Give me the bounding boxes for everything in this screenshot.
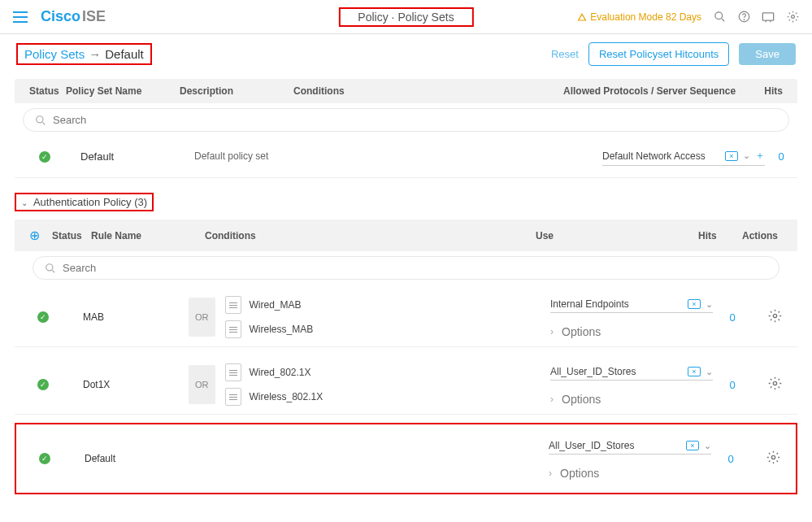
auth-rule-row: Default All_User_ID_Stores × ⌄ › Options… <box>16 429 796 488</box>
condition-icon <box>225 296 241 314</box>
chevron-right-icon: › <box>549 468 552 479</box>
condition-icon <box>225 388 241 406</box>
auth-columns: ⊕ Status Rule Name Conditions Use Hits A… <box>15 220 797 251</box>
section-title: Authentication Policy (3) <box>33 196 147 208</box>
col-status: Status <box>29 85 66 97</box>
gear-icon <box>766 450 780 464</box>
rule-conditions: OR Wired_MAB Wireless_MAB <box>189 296 550 338</box>
rule-use: Internal Endpoints × ⌄ › Options <box>550 296 713 338</box>
identity-source-select[interactable]: All_User_ID_Stores × ⌄ <box>549 437 711 455</box>
svg-point-5 <box>37 115 43 122</box>
options-label: Options <box>560 467 599 480</box>
chevron-right-icon: › <box>550 394 554 405</box>
status-enabled-icon <box>39 151 50 163</box>
options-toggle[interactable]: › Options <box>549 463 711 480</box>
authentication-policy-section[interactable]: ⌄ Authentication Policy (3) <box>15 193 154 211</box>
allowed-protocols-value: Default Network Access <box>602 150 725 162</box>
col-conditions: Conditions <box>205 230 536 241</box>
options-label: Options <box>562 325 601 338</box>
brand-text: Cisco <box>41 8 80 24</box>
col-hits: Hits <box>698 230 737 241</box>
warning-icon <box>577 12 587 22</box>
policy-set-search[interactable] <box>23 108 789 132</box>
chevron-down-icon[interactable]: ⌄ <box>704 441 711 451</box>
search-icon <box>35 115 46 126</box>
rule-actions[interactable] <box>750 450 796 467</box>
chevron-down-icon[interactable]: ⌄ <box>743 150 750 161</box>
rule-actions[interactable] <box>752 376 797 393</box>
clear-icon[interactable]: × <box>688 299 701 309</box>
col-conditions: Conditions <box>293 85 563 97</box>
svg-point-7 <box>773 314 776 317</box>
app-header: CiscoISE Policy · Policy Sets Evaluation… <box>0 0 812 34</box>
brand-logo: CiscoISE <box>41 8 106 25</box>
policy-set-row: Default Default policy set Default Netwo… <box>15 143 797 178</box>
rule-name: Dot1X <box>83 379 189 390</box>
auth-rule-row: MAB OR Wired_MAB Wireless_MAB Internal E… <box>15 288 797 347</box>
or-operator: OR <box>189 298 215 337</box>
svg-rect-3 <box>762 13 773 20</box>
chevron-down-icon[interactable]: ⌄ <box>706 367 713 377</box>
reset-hitcounts-button[interactable]: Reset Policyset Hitcounts <box>588 42 729 66</box>
rule-hits: 0 <box>713 311 752 324</box>
or-operator: OR <box>189 365 215 404</box>
breadcrumb-current: Default <box>105 47 144 61</box>
rule-use: All_User_ID_Stores × ⌄ › Options <box>550 363 713 406</box>
reset-link[interactable]: Reset <box>551 48 579 60</box>
col-actions: Actions <box>737 230 783 241</box>
col-description: Description <box>180 85 293 97</box>
menu-icon[interactable] <box>13 11 28 23</box>
auth-rule-search[interactable] <box>33 256 779 280</box>
svg-point-8 <box>773 381 776 385</box>
help-icon[interactable] <box>737 11 750 24</box>
add-icon[interactable]: ＋ <box>755 149 765 163</box>
breadcrumb: Policy Sets → Default <box>16 43 152 65</box>
chevron-down-icon[interactable]: ⌄ <box>706 299 713 310</box>
evaluation-badge: Evaluation Mode 82 Days <box>577 11 701 23</box>
auth-rule-default-highlight: Default All_User_ID_Stores × ⌄ › Options… <box>15 423 797 494</box>
header-actions: Evaluation Mode 82 Days <box>577 11 799 24</box>
identity-source-select[interactable]: Internal Endpoints × ⌄ <box>550 296 713 313</box>
condition-item[interactable]: Wireless_MAB <box>225 320 314 338</box>
options-toggle[interactable]: › Options <box>550 389 713 406</box>
condition-item[interactable]: Wired_802.1X <box>225 363 323 381</box>
search-input[interactable] <box>63 262 767 274</box>
clear-icon[interactable]: × <box>725 151 738 161</box>
rule-name: MAB <box>83 311 189 323</box>
options-toggle[interactable]: › Options <box>550 321 713 338</box>
gear-icon <box>768 376 782 390</box>
condition-item[interactable]: Wireless_802.1X <box>225 388 323 406</box>
col-rule-name: Rule Name <box>91 230 205 241</box>
page-title-text: Policy · Policy Sets <box>358 11 454 24</box>
col-use: Use <box>536 230 698 241</box>
rule-actions[interactable] <box>752 309 797 325</box>
chevron-right-icon: › <box>550 326 554 337</box>
policy-set-hits: 0 <box>765 150 797 163</box>
gear-icon <box>768 309 782 323</box>
tools-icon[interactable] <box>762 11 775 24</box>
search-input[interactable] <box>53 114 777 126</box>
save-button[interactable]: Save <box>739 43 796 65</box>
add-rule-button[interactable]: ⊕ <box>29 228 52 243</box>
clear-icon[interactable]: × <box>686 441 699 450</box>
svg-point-2 <box>744 20 745 20</box>
status-enabled-icon <box>37 311 49 323</box>
col-status: Status <box>52 230 91 241</box>
identity-source-select[interactable]: All_User_ID_Stores × ⌄ <box>550 363 713 381</box>
search-icon[interactable] <box>713 11 726 24</box>
col-policy-name: Policy Set Name <box>66 85 180 97</box>
identity-source-value: Internal Endpoints <box>550 298 688 310</box>
search-icon <box>45 263 56 274</box>
condition-item[interactable]: Wired_MAB <box>225 296 314 314</box>
allowed-protocols-select[interactable]: Default Network Access × ⌄ ＋ <box>602 146 765 166</box>
subheader-actions: Reset Reset Policyset Hitcounts Save <box>551 42 796 66</box>
evaluation-text: Evaluation Mode 82 Days <box>590 11 701 23</box>
chevron-right-icon: → <box>89 47 101 61</box>
subheader: Policy Sets → Default Reset Reset Policy… <box>0 34 812 74</box>
gear-icon[interactable] <box>786 11 799 24</box>
svg-point-0 <box>714 12 722 20</box>
clear-icon[interactable]: × <box>688 367 701 376</box>
condition-label: Wired_MAB <box>250 299 302 311</box>
col-hits: Hits <box>750 85 783 97</box>
breadcrumb-parent[interactable]: Policy Sets <box>24 47 85 61</box>
